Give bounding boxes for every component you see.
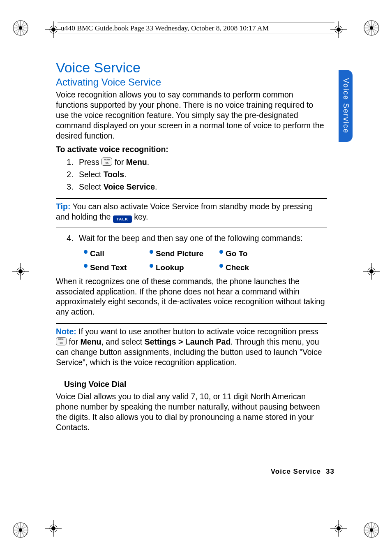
cmd-send-text: Send Text — [84, 263, 150, 272]
crosshair-icon — [363, 263, 380, 280]
bullet-icon — [219, 264, 223, 268]
bullet-icon — [84, 250, 88, 254]
crosshair-icon — [45, 520, 62, 537]
subsection-heading: Using Voice Dial — [64, 380, 327, 389]
chapter-tab: Voice Service — [339, 70, 353, 142]
section-heading: Activating Voice Service — [56, 76, 327, 88]
after-commands-paragraph: When it recognizes one of these commands… — [56, 276, 327, 317]
divider — [56, 227, 327, 227]
cmd-call: Call — [84, 249, 150, 258]
menu-ok-key-icon — [101, 157, 112, 166]
print-header: u440 BMC Guide.book Page 33 Wednesday, O… — [58, 23, 334, 33]
voice-dial-paragraph: Voice Dial allows you to dial any valid … — [56, 391, 327, 433]
cmd-lookup: Lookup — [150, 263, 219, 272]
cmd-send-picture: Send Picture — [150, 249, 219, 258]
bullet-icon — [150, 250, 153, 254]
bullet-icon — [150, 264, 153, 268]
registration-mark-icon — [12, 522, 29, 538]
divider — [56, 323, 327, 324]
cmd-check: Check — [219, 263, 277, 272]
intro-paragraph: Voice recognition allows you to say comm… — [56, 90, 327, 141]
crosshair-icon — [330, 520, 347, 537]
tip-label: Tip: — [56, 202, 70, 211]
talk-key-icon: TALK — [113, 215, 132, 223]
registration-mark-icon — [363, 20, 380, 36]
page-content: Voice Service Activating Voice Service V… — [56, 60, 327, 433]
tip-block: Tip: You can also activate Voice Service… — [56, 201, 327, 223]
bullet-icon — [219, 250, 223, 254]
note-block: Note: If you want to use another button … — [56, 326, 327, 368]
step-1: Press for Menu. — [76, 157, 327, 167]
steps-list-cont: Wait for the beep and then say one of th… — [76, 233, 327, 243]
menu-ok-key-icon — [56, 337, 67, 345]
print-header-text: u440 BMC Guide.book Page 33 Wednesday, O… — [61, 24, 269, 32]
step-3: Select Voice Service. — [76, 182, 327, 192]
divider — [56, 198, 327, 199]
instruction-heading: To activate voice recognition: — [56, 144, 327, 155]
page-title: Voice Service — [56, 60, 327, 76]
registration-mark-icon — [12, 20, 29, 36]
steps-list: Press for Menu. Select Tools. Select Voi… — [76, 157, 327, 192]
page-number: 33 — [326, 468, 334, 475]
note-label: Note: — [56, 327, 76, 336]
page-footer: Voice Service33 — [271, 468, 334, 476]
crosshair-icon — [12, 263, 29, 280]
divider — [56, 372, 327, 372]
voice-commands: Call Send Picture Go To Send Text Lookup… — [84, 249, 327, 272]
cmd-go-to: Go To — [219, 249, 277, 258]
registration-mark-icon — [363, 522, 380, 538]
step-2: Select Tools. — [76, 169, 327, 180]
footer-section-label: Voice Service — [271, 468, 321, 475]
bullet-icon — [84, 264, 88, 268]
step-4: Wait for the beep and then say one of th… — [76, 233, 327, 243]
